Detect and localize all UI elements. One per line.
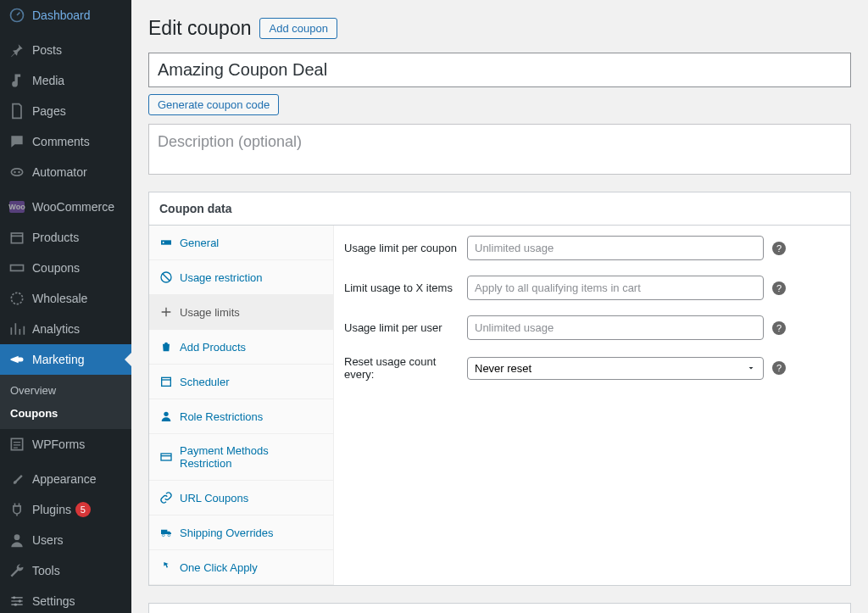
dashboard-icon	[8, 7, 25, 24]
sidebar-item-tools[interactable]: Tools	[0, 555, 131, 586]
tab-label: Usage limits	[180, 306, 240, 319]
coupon-data-panel: Coupon data General Usage restriction Us…	[148, 192, 851, 586]
sidebar-sub-coupons[interactable]: Coupons	[0, 402, 131, 425]
general-icon	[159, 236, 173, 249]
analytics-icon	[8, 320, 25, 337]
tab-scheduler[interactable]: Scheduler	[149, 365, 333, 399]
sidebar-label: Automator	[32, 165, 87, 179]
help-icon[interactable]: ?	[772, 361, 786, 375]
reset-usage-count-select[interactable]: Never reset	[467, 357, 764, 380]
sidebar-item-analytics[interactable]: Analytics	[0, 314, 131, 344]
sidebar-item-plugins[interactable]: Plugins 5	[0, 494, 131, 525]
sidebar-label: Settings	[32, 594, 75, 608]
sidebar-item-dashboard[interactable]: Dashboard	[0, 0, 131, 31]
svg-point-10	[14, 604, 17, 606]
tab-payment-methods[interactable]: Payment Methods Restriction	[149, 434, 333, 481]
coupon-title-input[interactable]	[148, 53, 851, 87]
ticket-icon	[8, 259, 25, 276]
sidebar-label: Users	[32, 533, 64, 547]
woocommerce-icon: Woo	[8, 198, 25, 215]
sidebar-label: Posts	[32, 43, 62, 57]
description-placeholder: Description (optional)	[158, 133, 302, 150]
tab-one-click-apply[interactable]: One Click Apply	[149, 550, 333, 585]
tab-usage-limits[interactable]: Usage limits	[149, 295, 333, 330]
plugins-update-badge: 5	[75, 502, 91, 517]
comment-icon	[8, 133, 25, 150]
cart-conditions-heading: Cart Conditions	[149, 604, 850, 613]
sidebar-item-coupons[interactable]: Coupons	[0, 253, 131, 283]
wholesale-icon	[8, 290, 25, 307]
help-icon[interactable]: ?	[772, 321, 786, 335]
svg-point-15	[164, 412, 168, 416]
wrench-icon	[8, 562, 25, 579]
svg-point-9	[19, 599, 21, 602]
link-icon	[159, 491, 173, 504]
sidebar-label: Dashboard	[32, 8, 91, 22]
tab-label: Payment Methods Restriction	[180, 444, 323, 470]
svg-point-12	[163, 242, 164, 243]
sidebar-label: WPForms	[32, 437, 85, 451]
svg-point-2	[14, 171, 16, 174]
ban-icon	[159, 270, 173, 284]
plugin-icon	[8, 501, 25, 518]
svg-rect-16	[161, 454, 171, 460]
tab-url-coupons[interactable]: URL Coupons	[149, 481, 333, 515]
click-icon	[159, 560, 173, 574]
sidebar-item-media[interactable]: Media	[0, 65, 131, 96]
svg-point-3	[18, 171, 20, 174]
usage-limit-per-user-input[interactable]	[467, 315, 764, 340]
generate-coupon-code-button[interactable]: Generate coupon code	[148, 94, 279, 115]
sidebar-label: Tools	[32, 564, 60, 577]
svg-point-8	[13, 596, 15, 599]
sidebar-item-products[interactable]: Products	[0, 222, 131, 253]
sidebar-item-wholesale[interactable]: Wholesale	[0, 283, 131, 314]
sidebar-label: Comments	[32, 135, 90, 148]
media-icon	[8, 72, 25, 89]
automator-icon	[8, 164, 25, 181]
tab-add-products[interactable]: Add Products	[149, 330, 333, 365]
sidebar-label: Analytics	[32, 322, 80, 336]
tab-label: Role Restrictions	[180, 410, 263, 423]
page-title: Edit coupon	[148, 17, 251, 40]
add-coupon-button[interactable]: Add coupon	[259, 18, 337, 39]
sidebar-item-posts[interactable]: Posts	[0, 35, 131, 65]
tab-label: Usage restriction	[180, 271, 263, 284]
sidebar-item-users[interactable]: Users	[0, 525, 131, 555]
sidebar-item-pages[interactable]: Pages	[0, 96, 131, 126]
wpforms-icon	[8, 436, 25, 453]
sidebar-item-marketing[interactable]: Marketing	[0, 344, 131, 375]
tab-usage-restriction[interactable]: Usage restriction	[149, 260, 333, 295]
person-icon	[159, 410, 173, 423]
tab-general[interactable]: General	[149, 226, 333, 260]
svg-point-7	[14, 534, 20, 540]
cart-conditions-panel: Cart Conditions	[148, 603, 851, 613]
svg-point-18	[168, 534, 170, 537]
sidebar-label: Media	[32, 74, 64, 87]
sidebar-item-appearance[interactable]: Appearance	[0, 464, 131, 494]
page-icon	[8, 103, 25, 120]
reset-usage-count-label: Reset usage count every:	[344, 355, 467, 381]
sidebar-item-settings[interactable]: Settings	[0, 586, 131, 613]
user-icon	[8, 532, 25, 549]
sidebar-item-automator[interactable]: Automator	[0, 157, 131, 187]
coupon-description-input[interactable]: Description (optional)	[148, 124, 851, 175]
sidebar-label: Products	[32, 231, 79, 244]
help-icon[interactable]: ?	[772, 242, 786, 255]
coupon-data-heading: Coupon data	[149, 192, 850, 226]
help-icon[interactable]: ?	[772, 281, 786, 295]
sidebar-item-comments[interactable]: Comments	[0, 126, 131, 157]
usage-limit-per-coupon-input[interactable]	[467, 236, 764, 260]
tab-label: URL Coupons	[180, 492, 248, 504]
sidebar-label: Marketing	[32, 353, 84, 366]
sidebar-item-wpforms[interactable]: WPForms	[0, 429, 131, 460]
sidebar-submenu-marketing: Overview Coupons	[0, 375, 131, 429]
sidebar-label: Plugins	[32, 503, 71, 516]
limit-usage-x-items-input[interactable]	[467, 276, 764, 300]
tab-shipping-overrides[interactable]: Shipping Overrides	[149, 515, 333, 550]
tab-role-restrictions[interactable]: Role Restrictions	[149, 399, 333, 434]
tab-label: Shipping Overrides	[180, 527, 274, 539]
sidebar-item-woocommerce[interactable]: Woo WooCommerce	[0, 192, 131, 222]
coupon-data-tabs: General Usage restriction Usage limits A…	[149, 226, 334, 585]
sidebar-sub-overview[interactable]: Overview	[0, 379, 131, 402]
tab-label: Scheduler	[180, 376, 230, 388]
